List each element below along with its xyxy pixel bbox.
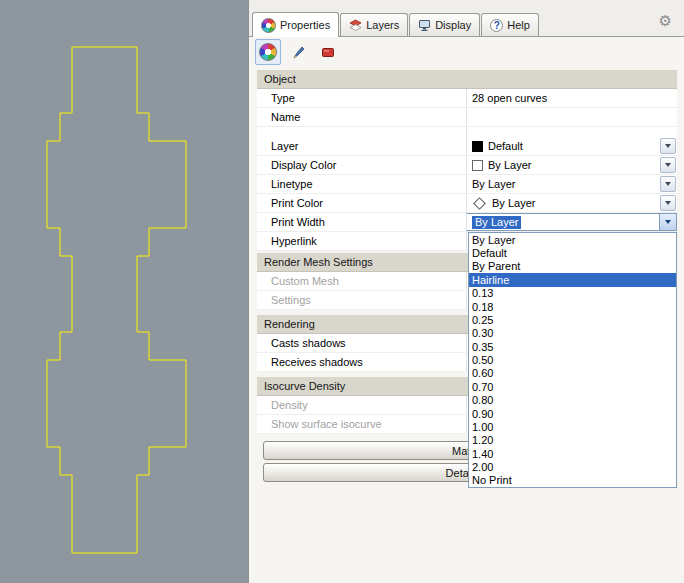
row-layer[interactable]: Layer Default xyxy=(257,137,677,156)
linetype-combobox[interactable]: By Layer xyxy=(466,175,677,193)
panel-tabbar: Properties Layers Display ? Help xyxy=(249,0,684,37)
display-color-combobox[interactable]: By Layer xyxy=(466,156,677,174)
properties-toolbar xyxy=(249,37,684,67)
dropdown-item[interactable]: 0.90 xyxy=(469,407,676,420)
dropdown-item[interactable]: 1.20 xyxy=(469,434,676,447)
viewport[interactable] xyxy=(0,0,248,583)
row-type-value: 28 open curves xyxy=(466,89,677,107)
properties-panel: Properties Layers Display ? Help xyxy=(248,0,684,583)
chevron-down-icon[interactable] xyxy=(660,195,676,211)
grid-spacer xyxy=(257,127,677,137)
row-display-color[interactable]: Display Color By Layer xyxy=(257,156,677,175)
object-page-button[interactable] xyxy=(255,39,281,65)
tab-properties[interactable]: Properties xyxy=(252,12,339,37)
pen-icon xyxy=(291,45,305,59)
display-color-swatch xyxy=(472,160,483,171)
type-value-text: 28 open curves xyxy=(472,92,547,104)
dropdown-item[interactable]: 0.35 xyxy=(469,340,676,353)
row-print-color-label: Print Color xyxy=(257,194,466,212)
dropdown-item[interactable]: 1.40 xyxy=(469,447,676,460)
chevron-down-icon[interactable] xyxy=(660,176,676,192)
row-show-surface-isocurve-label: Show surface isocurve xyxy=(257,415,466,433)
tab-layers[interactable]: Layers xyxy=(340,13,408,36)
row-receives-shadows-label: Receives shadows xyxy=(257,353,466,371)
chevron-down-icon[interactable] xyxy=(660,138,676,154)
dropdown-item[interactable]: By Parent xyxy=(469,260,676,273)
tab-display[interactable]: Display xyxy=(409,13,480,36)
layers-icon xyxy=(349,19,362,32)
tab-help[interactable]: ? Help xyxy=(481,13,539,36)
name-input[interactable] xyxy=(466,108,677,126)
print-color-combobox[interactable]: By Layer xyxy=(466,194,677,212)
dropdown-item-selected[interactable]: Hairline xyxy=(469,273,676,286)
dropdown-item[interactable]: 0.30 xyxy=(469,327,676,340)
dropdown-item[interactable]: 0.25 xyxy=(469,313,676,326)
row-type[interactable]: Type 28 open curves xyxy=(257,89,677,108)
print-color-swatch xyxy=(473,197,486,210)
row-display-color-label: Display Color xyxy=(257,156,466,174)
layer-combobox[interactable]: Default xyxy=(466,137,677,155)
color-wheel-icon xyxy=(259,43,277,61)
viewport-canvas xyxy=(0,0,248,583)
dropdown-item[interactable]: No Print xyxy=(469,474,676,487)
gear-icon[interactable]: ⚙ xyxy=(659,13,672,28)
dropdown-item[interactable]: 0.80 xyxy=(469,394,676,407)
dropdown-item[interactable]: Default xyxy=(469,246,676,259)
section-header-object: Object xyxy=(257,70,677,89)
display-color-value-text: By Layer xyxy=(488,159,531,171)
row-print-width-label: Print Width xyxy=(257,213,466,231)
row-layer-label: Layer xyxy=(257,137,466,155)
monitor-icon xyxy=(418,19,431,32)
layer-color-swatch xyxy=(472,141,483,152)
row-print-color[interactable]: Print Color By Layer xyxy=(257,194,677,213)
row-custom-mesh-label: Custom Mesh xyxy=(257,272,466,290)
row-type-label: Type xyxy=(257,89,466,107)
print-width-dropdown-list[interactable]: By Layer Default By Parent Hairline 0.13… xyxy=(468,232,677,488)
layer-value-text: Default xyxy=(488,140,523,152)
tab-strip: Properties Layers Display ? Help xyxy=(252,12,540,36)
row-settings-label: Settings xyxy=(257,291,466,309)
print-width-combobox[interactable]: By Layer xyxy=(466,213,677,231)
row-linetype-label: Linetype xyxy=(257,175,466,193)
row-print-width[interactable]: Print Width By Layer xyxy=(257,213,677,232)
tab-properties-label: Properties xyxy=(280,19,330,31)
dropdown-item[interactable]: 0.50 xyxy=(469,353,676,366)
row-hyperlink-label: Hyperlink xyxy=(257,232,466,250)
rhino-window: Properties Layers Display ? Help xyxy=(0,0,684,583)
dropdown-item[interactable]: 0.70 xyxy=(469,380,676,393)
linetype-value-text: By Layer xyxy=(472,178,515,190)
color-wheel-icon xyxy=(261,18,276,33)
dropdown-item[interactable]: By Layer xyxy=(469,233,676,246)
print-width-value-text: By Layer xyxy=(472,216,521,229)
material-icon xyxy=(321,45,335,59)
row-name-label: Name xyxy=(257,108,466,126)
tab-display-label: Display xyxy=(435,19,471,31)
print-page-button[interactable] xyxy=(315,39,341,65)
tab-help-label: Help xyxy=(507,19,530,31)
row-linetype[interactable]: Linetype By Layer xyxy=(257,175,677,194)
chevron-down-icon[interactable] xyxy=(659,214,676,230)
help-icon: ? xyxy=(490,19,503,32)
material-page-button[interactable] xyxy=(285,39,311,65)
chevron-down-icon[interactable] xyxy=(660,157,676,173)
tab-layers-label: Layers xyxy=(366,19,399,31)
dropdown-item[interactable]: 1.00 xyxy=(469,420,676,433)
dropdown-item[interactable]: 2.00 xyxy=(469,460,676,473)
dropdown-item[interactable]: 0.60 xyxy=(469,367,676,380)
dropdown-item[interactable]: 0.13 xyxy=(469,287,676,300)
row-density-label: Density xyxy=(257,396,466,414)
row-name[interactable]: Name xyxy=(257,108,677,127)
dropdown-item[interactable]: 0.18 xyxy=(469,300,676,313)
selected-curves xyxy=(47,47,186,553)
print-color-value-text: By Layer xyxy=(492,197,535,209)
row-casts-shadows-label: Casts shadows xyxy=(257,334,466,352)
